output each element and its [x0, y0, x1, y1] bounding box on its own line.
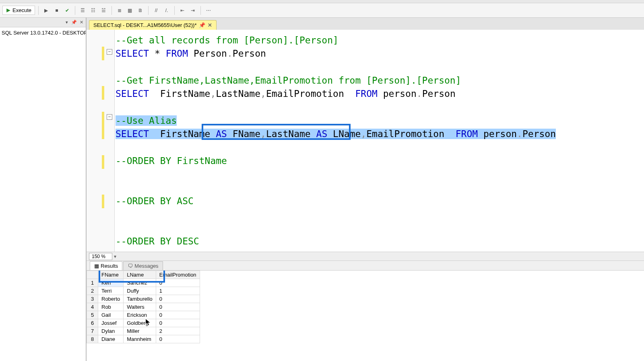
table-row[interactable]: 5 Gail Erickson 0 [87, 311, 200, 319]
debug-icon[interactable]: ▶ [42, 6, 51, 15]
cell[interactable]: Goldberg [124, 319, 156, 327]
cell[interactable]: 0 [156, 279, 200, 287]
change-marker [102, 86, 104, 100]
messages-tab[interactable]: 🗨 Messages [123, 261, 163, 270]
row-number: 6 [87, 319, 98, 327]
include-stats-icon[interactable]: ☱ [99, 6, 108, 15]
cell[interactable]: Roberto [98, 295, 124, 303]
tab-pin-icon[interactable]: 📌 [199, 22, 205, 28]
stop-icon[interactable]: ■ [52, 6, 61, 15]
cell[interactable]: Ken [98, 279, 124, 287]
document-tab-title: SELECT.sql - DESKT...A1M5655\User (52))* [93, 22, 196, 28]
server-node[interactable]: SQL Server 13.0.1742.0 - DESKTOP-A [2, 30, 86, 36]
col-header-lname[interactable]: LName [124, 271, 156, 279]
row-number: 8 [87, 335, 98, 343]
cell[interactable]: Miller [124, 327, 156, 335]
change-marker [102, 155, 104, 169]
change-marker [102, 195, 104, 208]
cell[interactable]: 0 [156, 295, 200, 303]
cell[interactable]: Duffy [124, 287, 156, 295]
cell[interactable]: 0 [156, 303, 200, 311]
cell[interactable]: Walters [124, 303, 156, 311]
cell[interactable]: Dylan [98, 327, 124, 335]
execute-button[interactable]: Execute [2, 6, 35, 15]
comment-icon[interactable]: // [152, 6, 161, 15]
table-row[interactable]: 6 Jossef Goldberg 0 [87, 319, 200, 327]
toolbar-separator [38, 6, 39, 15]
code-editor[interactable]: − − --Get all records from [Person].[Per… [87, 30, 644, 252]
table-row[interactable]: 8 Diane Mannheim 0 [87, 335, 200, 343]
fold-icon[interactable]: − [107, 49, 112, 55]
specify-values-icon[interactable]: ⋯ [204, 6, 213, 15]
table-row[interactable]: 7 Dylan Miller 2 [87, 327, 200, 335]
toolbar: Execute ▶ ■ ✔ ☰ ☷ ☱ ≣ ▦ 🗎 // /. ⇤ ⇥ ⋯ [0, 3, 644, 18]
toolbar-separator [111, 6, 112, 15]
indent-more-icon[interactable]: ⇥ [188, 6, 197, 15]
cell[interactable]: Mannheim [124, 335, 156, 343]
cell[interactable]: Sánchez [124, 279, 156, 287]
table-row[interactable]: 2 Terri Duffy 1 [87, 287, 200, 295]
cell[interactable]: 2 [156, 327, 200, 335]
change-marker [102, 47, 104, 60]
object-explorer-header: ▾ 📌 ✕ [0, 18, 86, 27]
cell[interactable]: Erickson [124, 311, 156, 319]
results-file-icon[interactable]: 🗎 [136, 6, 145, 15]
document-tab[interactable]: SELECT.sql - DESKT...A1M5655\User (52))*… [89, 20, 217, 30]
parse-check-icon[interactable]: ✔ [63, 6, 72, 15]
results-text-icon[interactable]: ≣ [115, 6, 124, 15]
indent-less-icon[interactable]: ⇤ [178, 6, 187, 15]
messages-icon: 🗨 [128, 263, 133, 269]
uncomment-icon[interactable]: /. [162, 6, 171, 15]
chevron-down-icon[interactable]: ▾ [114, 254, 116, 259]
object-explorer: ▾ 📌 ✕ SQL Server 13.0.1742.0 - DESKTOP-A [0, 18, 87, 361]
results-grid[interactable]: FName LName EmailPromotion 1 Ken Sánchez… [87, 271, 200, 343]
row-number: 2 [87, 287, 98, 295]
table-row[interactable]: 1 Ken Sánchez 0 [87, 279, 200, 287]
cell[interactable]: 0 [156, 335, 200, 343]
cell[interactable]: Terri [98, 287, 124, 295]
cell[interactable]: 0 [156, 319, 200, 327]
row-number: 5 [87, 311, 98, 319]
code-comment: --Get FirstName,LastName,EmailPromotion … [116, 75, 461, 86]
code-comment: --ORDER BY DESC [116, 236, 199, 246]
cell[interactable]: Rob [98, 303, 124, 311]
cell[interactable]: Diane [98, 335, 124, 343]
cell[interactable]: Tamburello [124, 295, 156, 303]
object-explorer-body[interactable]: SQL Server 13.0.1742.0 - DESKTOP-A [0, 27, 86, 361]
row-number: 7 [87, 327, 98, 335]
execute-label: Execute [12, 7, 31, 13]
dropdown-icon[interactable]: ▾ [64, 20, 70, 25]
cell[interactable]: Jossef [98, 319, 124, 327]
change-marker [102, 112, 104, 139]
cell[interactable]: 0 [156, 311, 200, 319]
table-row[interactable]: 4 Rob Walters 0 [87, 303, 200, 311]
code-comment: --Get all records from [Person].[Person] [116, 35, 339, 45]
close-icon[interactable]: ✕ [78, 20, 84, 25]
messages-tab-label: Messages [134, 263, 158, 269]
toolbar-separator [148, 6, 149, 15]
results-tab[interactable]: ▦ Results [90, 261, 122, 270]
pin-icon[interactable]: 📌 [71, 20, 77, 25]
results-grid-pane[interactable]: FName LName EmailPromotion 1 Ken Sánchez… [87, 270, 644, 361]
col-header-emailpromotion[interactable]: EmailPromotion [156, 271, 200, 279]
results-grid-icon[interactable]: ▦ [126, 6, 134, 15]
code-block: --Get all records from [Person].[Person]… [116, 34, 644, 248]
cell[interactable]: Gail [98, 311, 124, 319]
cell[interactable]: 1 [156, 287, 200, 295]
fold-icon[interactable]: − [107, 114, 112, 120]
main-area: ▾ 📌 ✕ SQL Server 13.0.1742.0 - DESKTOP-A… [0, 18, 644, 361]
document-tabs: SELECT.sql - DESKT...A1M5655\User (52))*… [87, 18, 644, 30]
editor-gutter: − − [87, 30, 115, 252]
col-header-fname[interactable]: FName [98, 271, 124, 279]
zoom-bar: 150 % ▾ [87, 252, 644, 260]
table-row[interactable]: 3 Roberto Tamburello 0 [87, 295, 200, 303]
toolbar-separator [174, 6, 175, 15]
results-tab-bar: ▦ Results 🗨 Messages [87, 260, 644, 270]
display-plan-icon[interactable]: ☰ [78, 6, 87, 15]
grid-header-row: FName LName EmailPromotion [87, 271, 200, 279]
code-kw: SELECT [116, 48, 149, 59]
close-icon[interactable]: ✕ [208, 22, 212, 28]
zoom-select[interactable]: 150 % [89, 253, 112, 260]
include-plan-icon[interactable]: ☷ [89, 6, 98, 15]
code-comment: --ORDER BY FirstName [116, 156, 227, 166]
